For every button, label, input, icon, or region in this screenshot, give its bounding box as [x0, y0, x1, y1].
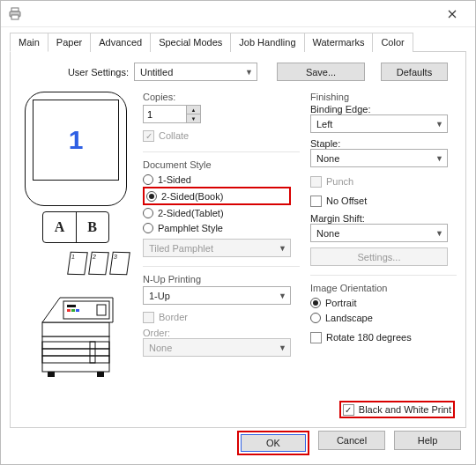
order-combo: None▼: [143, 338, 291, 357]
border-checkbox: Border: [143, 310, 300, 324]
binding-edge-value: Left: [316, 119, 332, 129]
nup-value: 1-Up: [149, 291, 170, 301]
tab-watermarks[interactable]: Watermarks: [304, 33, 374, 52]
printer-app-icon: [8, 7, 22, 21]
nup-combo[interactable]: 1-Up▼: [143, 286, 291, 305]
tab-bar: Main Paper Advanced Special Modes Job Ha…: [10, 33, 466, 52]
svg-rect-0: [11, 8, 19, 11]
no-offset-label: No Offset: [326, 196, 367, 206]
ok-button[interactable]: OK: [241, 434, 306, 452]
highlight-2sided-book: 2-Sided(Book): [143, 187, 291, 205]
tab-paper[interactable]: Paper: [48, 33, 91, 52]
chevron-down-icon: ▼: [279, 292, 286, 300]
tab-panel-main: User Settings: Untitled ▼ Save... Defaul…: [10, 51, 466, 428]
margin-shift-label: Margin Shift:: [310, 213, 457, 224]
svg-rect-13: [71, 309, 75, 312]
margin-shift-value: None: [316, 228, 339, 239]
collate-label: Collate: [159, 130, 189, 141]
radio-2sided-tablet-label: 2-Sided(Tablet): [158, 208, 224, 218]
order-value: None: [149, 343, 172, 353]
document-style-label: Document Style: [143, 159, 300, 170]
spin-down-icon[interactable]: ▼: [186, 114, 201, 123]
settings-button: Settings...: [310, 247, 448, 266]
punch-checkbox: Punch: [310, 174, 457, 188]
staple-label: Staple:: [310, 138, 457, 149]
book-left: A: [43, 212, 76, 242]
svg-rect-14: [76, 309, 79, 312]
radio-pamphlet-label: Pamphlet Style: [158, 223, 223, 233]
user-settings-value: Untitled: [140, 67, 173, 78]
book-right: B: [76, 212, 108, 242]
page-preview-number: 1: [69, 125, 84, 155]
radio-2sided-book[interactable]: 2-Sided(Book): [146, 188, 287, 203]
punch-label: Punch: [326, 176, 353, 187]
bw-print-label: Black and White Print: [359, 404, 451, 415]
multi-page-icon: 123: [19, 252, 129, 275]
radio-1sided[interactable]: 1-Sided: [143, 172, 300, 187]
chevron-down-icon: ▼: [435, 120, 443, 129]
svg-rect-8: [42, 322, 109, 336]
collate-checkbox: ✓Collate: [143, 129, 300, 143]
bw-print-checkbox[interactable]: ✓Black and White Print: [343, 402, 451, 417]
copies-label: Copies:: [143, 92, 300, 102]
nup-label: N-Up Printing: [143, 274, 300, 284]
tab-job-handling[interactable]: Job Handling: [230, 33, 304, 52]
radio-2sided-tablet[interactable]: 2-Sided(Tablet): [143, 205, 300, 220]
page-preview: 1: [25, 92, 127, 206]
orientation-label: Image Orientation: [310, 283, 457, 293]
book-preview-icon: A B: [42, 211, 109, 243]
border-label: Border: [159, 312, 188, 322]
svg-rect-15: [97, 305, 106, 315]
help-button[interactable]: Help: [394, 431, 461, 450]
radio-1sided-label: 1-Sided: [158, 174, 191, 185]
svg-rect-16: [48, 372, 55, 377]
svg-rect-12: [67, 309, 71, 312]
radio-portrait[interactable]: Portrait: [310, 295, 457, 310]
radio-portrait-label: Portrait: [325, 298, 356, 308]
cancel-button[interactable]: Cancel: [318, 431, 385, 450]
finishing-label: Finishing: [310, 92, 457, 102]
rotate-checkbox[interactable]: Rotate 180 degrees: [310, 330, 457, 344]
svg-rect-2: [11, 15, 19, 19]
binding-edge-combo[interactable]: Left▼: [310, 114, 448, 133]
titlebar: [1, 1, 475, 27]
copies-spinner[interactable]: ▲▼: [143, 105, 205, 123]
chevron-down-icon: ▼: [245, 68, 253, 77]
highlight-ok-button: OK: [237, 431, 309, 455]
chevron-down-icon: ▼: [435, 229, 443, 238]
chevron-down-icon: ▼: [435, 154, 443, 163]
tiled-pamphlet-combo: Tiled Pamphlet▼: [143, 239, 291, 257]
svg-rect-17: [97, 372, 104, 377]
radio-landscape-label: Landscape: [325, 313, 373, 323]
radio-landscape[interactable]: Landscape: [310, 310, 457, 325]
no-offset-checkbox[interactable]: No Offset: [310, 194, 457, 208]
chevron-down-icon: ▼: [279, 244, 286, 253]
printer-illustration-icon: [32, 287, 120, 380]
margin-shift-combo[interactable]: None▼: [310, 224, 448, 242]
tiled-pamphlet-value: Tiled Pamphlet: [149, 243, 213, 254]
save-button[interactable]: Save...: [277, 63, 365, 81]
radio-pamphlet[interactable]: Pamphlet Style: [143, 220, 300, 235]
copies-input[interactable]: [143, 105, 187, 123]
close-button[interactable]: [432, 2, 472, 26]
tab-advanced[interactable]: Advanced: [90, 33, 151, 52]
tab-special-modes[interactable]: Special Modes: [150, 33, 231, 52]
radio-2sided-book-label: 2-Sided(Book): [161, 191, 223, 202]
staple-combo[interactable]: None▼: [310, 149, 448, 167]
svg-rect-11: [67, 305, 76, 307]
highlight-bw-print: ✓Black and White Print: [339, 401, 455, 418]
user-settings-combo[interactable]: Untitled ▼: [134, 63, 257, 81]
defaults-button[interactable]: Defaults: [381, 63, 448, 81]
user-settings-label: User Settings:: [19, 67, 134, 78]
staple-value: None: [316, 153, 339, 164]
order-label: Order:: [143, 328, 300, 338]
rotate-label: Rotate 180 degrees: [326, 332, 412, 343]
tab-main[interactable]: Main: [10, 33, 48, 52]
tab-color[interactable]: Color: [372, 33, 413, 52]
binding-edge-label: Binding Edge:: [310, 104, 457, 114]
chevron-down-icon: ▼: [279, 343, 286, 352]
